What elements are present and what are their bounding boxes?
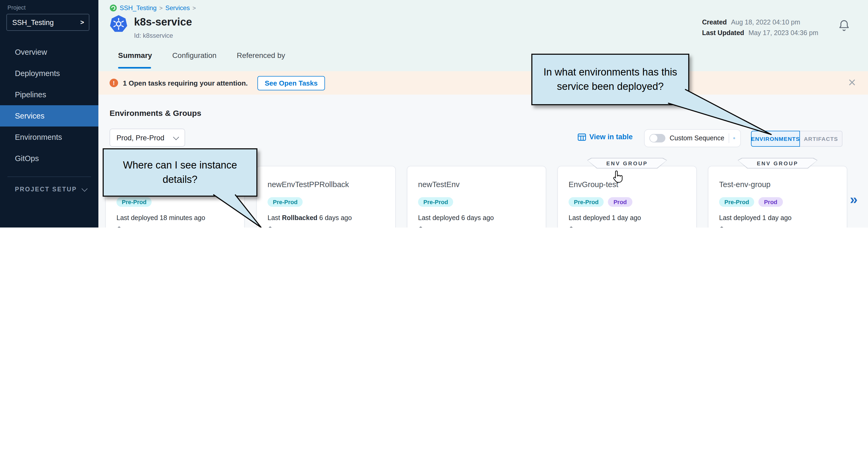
- breadcrumb-services-link[interactable]: Services: [165, 4, 190, 12]
- active-tab-indicator: [118, 67, 151, 69]
- sidebar-item-services[interactable]: Services: [0, 105, 98, 127]
- created-label: Created: [702, 19, 727, 26]
- callout-instance-details-question: Where can I see instance details?: [103, 148, 257, 197]
- instances-hexagon-icon: [267, 226, 274, 228]
- view-in-table-link[interactable]: View in table: [578, 133, 633, 141]
- app-window: Project SSH_Testing > OverviewDeployment…: [0, 0, 868, 228]
- environment-card[interactable]: ENV GROUPTest-env-groupPre-ProdProdLast …: [708, 166, 847, 228]
- env-type-badges: Pre-Prod: [268, 197, 303, 207]
- instances-link[interactable]: 1 Instances: [116, 226, 160, 228]
- tab-environments-toggle[interactable]: ENVIRONMENTS: [751, 131, 800, 147]
- env-type-badge: Pre-Prod: [117, 197, 152, 207]
- tab-artifacts-toggle[interactable]: ARTIFACTS: [800, 131, 842, 147]
- section-title-environments: Environments & Groups: [110, 108, 201, 118]
- updated-label: Last Updated: [702, 29, 744, 37]
- instances-link[interactable]: 3 Instances: [417, 226, 462, 228]
- created-value: Aug 18, 2022 04:10 pm: [731, 19, 800, 26]
- tab-configuration[interactable]: Configuration: [172, 51, 217, 60]
- instances-link[interactable]: 2 Instances: [718, 226, 763, 228]
- sidebar-divider: [7, 176, 91, 177]
- env-type-badge: Prod: [759, 197, 783, 207]
- environment-card[interactable]: newTestEnvPre-ProdLast deployed 6 days a…: [407, 166, 546, 228]
- env-card-name: EnvGroup-test: [568, 180, 618, 189]
- sidebar-nav: OverviewDeploymentsPipelinesServicesEnvi…: [0, 41, 98, 169]
- page-title: k8s-service: [134, 16, 192, 28]
- env-card-name: newEnvTestPPRollback: [268, 180, 349, 189]
- sidebar: Project SSH_Testing > OverviewDeployment…: [0, 0, 98, 228]
- updated-value: May 17, 2023 04:36 pm: [748, 29, 818, 37]
- callout-environments-question: In what environments has this service be…: [531, 54, 689, 105]
- sidebar-item-environments[interactable]: Environments: [0, 127, 98, 148]
- sidebar-item-deployments[interactable]: Deployments: [0, 63, 98, 84]
- custom-sequence-toggle[interactable]: [649, 134, 665, 142]
- chevron-down-icon: [82, 186, 88, 192]
- service-meta: CreatedAug 18, 2022 04:10 pm Last Update…: [702, 19, 818, 40]
- env-type-badge: Prod: [608, 197, 632, 207]
- env-card-name: newTestEnv: [418, 180, 460, 189]
- env-group-label: ENV GROUP: [757, 160, 798, 166]
- instances-link[interactable]: 1 Instances: [267, 226, 311, 228]
- project-label: Project: [7, 4, 26, 11]
- notifications-bell-icon[interactable]: [838, 19, 850, 32]
- close-icon[interactable]: [848, 78, 856, 87]
- env-type-badges: Pre-Prod: [418, 197, 454, 207]
- last-deployed-text: Last Rollbacked 6 days ago: [268, 214, 352, 222]
- breadcrumb-separator: >: [159, 5, 163, 11]
- project-selector[interactable]: SSH_Testing >: [6, 14, 89, 31]
- environment-type-dropdown[interactable]: Prod, Pre-Prod: [110, 129, 185, 147]
- kubernetes-icon: [110, 15, 128, 33]
- last-deployed-text: Last deployed 6 days ago: [418, 214, 494, 222]
- tab-summary[interactable]: Summary: [118, 51, 152, 60]
- last-deployed-text: Last deployed 1 day ago: [568, 214, 641, 222]
- chevron-down-icon: [173, 134, 179, 140]
- instances-hexagon-icon: [417, 226, 425, 228]
- sidebar-item-overview[interactable]: Overview: [0, 41, 98, 63]
- env-type-badge: Pre-Prod: [268, 197, 303, 207]
- expand-panel-icon[interactable]: »: [850, 191, 858, 208]
- instances-hexagon-icon: [567, 226, 575, 228]
- breadcrumb-separator: >: [192, 5, 196, 11]
- environment-card[interactable]: ENV GROUPEnvGroup-testPre-ProdProdLast d…: [557, 166, 697, 228]
- instances-hexagon-icon: [718, 226, 725, 228]
- env-type-badges: Pre-ProdProd: [568, 197, 632, 207]
- breadcrumb: SSH_Testing > Services >: [110, 4, 196, 12]
- sidebar-item-gitops[interactable]: GitOps: [0, 148, 98, 169]
- tab-referenced-by[interactable]: Referenced by: [237, 51, 285, 60]
- custom-sequence-control: Custom Sequence: [644, 129, 741, 147]
- env-type-badge: Pre-Prod: [418, 197, 454, 207]
- see-open-tasks-button[interactable]: See Open Tasks: [257, 76, 325, 90]
- environment-card[interactable]: newEnvTestPPRollbackPre-ProdLast Rollbac…: [256, 166, 396, 228]
- gear-icon[interactable]: [733, 134, 736, 142]
- table-icon: [578, 133, 586, 140]
- cursor-pointer-icon: [613, 170, 623, 183]
- open-tasks-banner: ! 1 Open tasks requiring your attention.…: [98, 71, 868, 95]
- sidebar-item-project-setup[interactable]: PROJECT SETUP: [15, 186, 86, 192]
- env-type-badge: Pre-Prod: [568, 197, 604, 207]
- breadcrumb-project-link[interactable]: SSH_Testing: [120, 4, 157, 12]
- env-type-badges: Pre-ProdProd: [719, 197, 783, 207]
- sidebar-item-pipelines[interactable]: Pipelines: [0, 84, 98, 105]
- instances-link[interactable]: 3 Instances: [567, 226, 612, 228]
- project-name: SSH_Testing: [12, 18, 80, 26]
- instances-hexagon-icon: [116, 226, 123, 228]
- env-group-ribbon: ENV GROUP: [587, 158, 667, 168]
- env-type-badges: Pre-Prod: [117, 197, 152, 207]
- chevron-right-icon: >: [80, 19, 84, 26]
- harness-icon: [110, 4, 117, 12]
- banner-message: 1 Open tasks requiring your attention.: [123, 79, 248, 87]
- last-deployed-text: Last deployed 1 day ago: [719, 214, 792, 222]
- tab-bar: Summary Configuration Referenced by: [118, 51, 285, 60]
- environments-artifacts-segmented: ENVIRONMENTS ARTIFACTS: [751, 131, 842, 147]
- env-type-badge: Pre-Prod: [719, 197, 754, 207]
- env-card-name: Test-env-group: [719, 180, 770, 189]
- last-deployed-text: Last deployed 18 minutes ago: [117, 214, 205, 222]
- env-group-ribbon: ENV GROUP: [738, 158, 817, 168]
- service-id: Id: k8sservice: [134, 32, 173, 39]
- env-group-label: ENV GROUP: [606, 160, 648, 166]
- alert-icon: !: [110, 79, 118, 87]
